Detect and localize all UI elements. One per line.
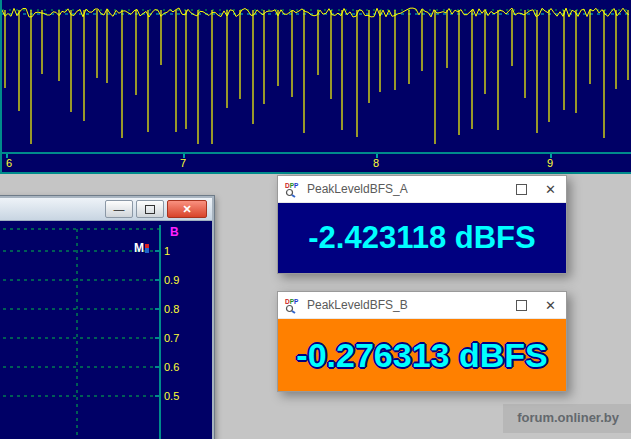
waveform-window: 6789 — [0, 0, 631, 174]
app-icon: DPP — [284, 181, 301, 198]
maximize-button[interactable] — [136, 200, 164, 218]
meter-a-value: -2.423118 dBFS — [308, 220, 535, 256]
maximize-icon — [516, 184, 527, 195]
svg-text:DPP: DPP — [285, 182, 299, 189]
close-button[interactable]: ✕ — [545, 183, 556, 196]
waveform-time-axis: 6789 — [2, 152, 631, 174]
desktop: 6789 — ✕ 10.90.80.70.60.5 B M DPP PeakLe… — [0, 0, 631, 439]
svg-text:DPP: DPP — [285, 298, 299, 305]
analyzer-plot: 10.90.80.70.60.5 B M — [0, 221, 212, 439]
app-icon: DPP — [284, 297, 301, 314]
meter-a-title: PeakLeveldBFS_A — [307, 182, 516, 196]
close-button[interactable]: ✕ — [167, 200, 207, 218]
marker-label[interactable]: M — [134, 241, 149, 255]
meter-b-titlebar[interactable]: DPP PeakLeveldBFS_B ✕ — [278, 292, 566, 319]
minimize-button[interactable]: — — [105, 200, 133, 218]
meter-b-value-display: -0.276313 dBFS — [278, 319, 566, 391]
meter-b-title: PeakLeveldBFS_B — [307, 298, 516, 312]
maximize-icon — [516, 300, 527, 311]
close-button[interactable]: ✕ — [545, 299, 556, 312]
analyzer-window: — ✕ 10.90.80.70.60.5 B M — [0, 196, 214, 439]
analyzer-titlebar[interactable]: — ✕ — [0, 198, 212, 221]
marker-icon — [145, 244, 149, 253]
watermark: forum.onliner.by — [503, 404, 631, 433]
waveform-trace — [2, 0, 631, 152]
meter-a-titlebar[interactable]: DPP PeakLeveldBFS_A ✕ — [278, 176, 566, 203]
meter-window-a: DPP PeakLeveldBFS_A ✕ -2.423118 dBFS — [277, 175, 567, 274]
maximize-button[interactable] — [516, 184, 527, 195]
channel-b-label: B — [170, 225, 179, 239]
y-axis-labels: 10.90.80.70.60.5 — [164, 221, 204, 439]
maximize-button[interactable] — [516, 300, 527, 311]
meter-window-b: DPP PeakLeveldBFS_B ✕ -0.276313 dBFS — [277, 291, 567, 392]
meter-b-value: -0.276313 dBFS — [296, 336, 547, 375]
meter-a-value-display: -2.423118 dBFS — [278, 203, 566, 273]
maximize-icon — [145, 205, 155, 214]
